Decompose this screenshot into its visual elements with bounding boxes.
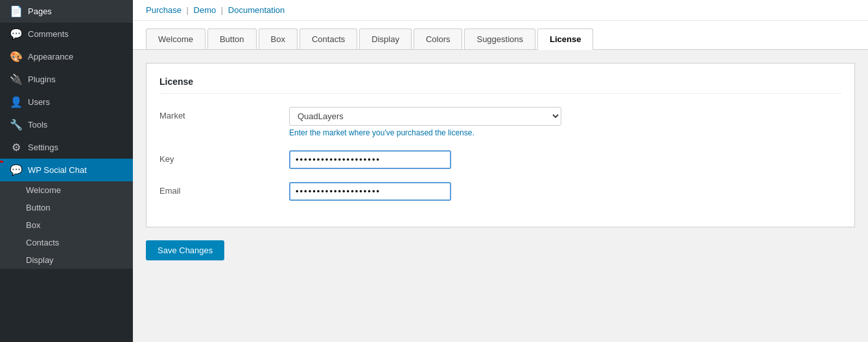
- tab-box[interactable]: Box: [259, 28, 298, 49]
- main-content: Purchase | Demo | Documentation Welcome …: [133, 0, 868, 342]
- sidebar-item-tools[interactable]: 🔧 Tools: [0, 113, 133, 136]
- sidebar-item-comments[interactable]: 💬 Comments: [0, 23, 133, 45]
- tab-colors[interactable]: Colors: [414, 28, 463, 49]
- appearance-icon: 🎨: [10, 51, 23, 63]
- tab-contacts[interactable]: Contacts: [299, 28, 357, 49]
- key-row: Key: [159, 150, 841, 169]
- sidebar: 📄 Pages 💬 Comments 🎨 Appearance 🔌 Plugin…: [0, 0, 133, 342]
- documentation-link[interactable]: Documentation: [228, 5, 285, 15]
- demo-link[interactable]: Demo: [194, 5, 217, 15]
- key-label: Key: [159, 150, 276, 164]
- sidebar-item-appearance[interactable]: 🎨 Appearance: [0, 45, 133, 68]
- pages-icon: 📄: [10, 5, 23, 17]
- sidebar-item-label: Appearance: [28, 52, 73, 62]
- sidebar-item-label: Comments: [28, 29, 69, 39]
- email-input[interactable]: [289, 182, 451, 201]
- sidebar-item-label: WP Social Chat: [28, 165, 87, 175]
- tabs-container: Welcome Button Box Contacts Display Colo…: [133, 21, 868, 50]
- email-label: Email: [159, 182, 276, 196]
- sidebar-item-label: Users: [28, 97, 50, 107]
- tab-suggestions[interactable]: Suggestions: [464, 28, 535, 49]
- market-select[interactable]: QuadLayers: [289, 107, 561, 126]
- plugins-icon: 🔌: [10, 73, 23, 86]
- sidebar-item-settings[interactable]: ⚙ Settings: [0, 136, 133, 159]
- left-arrow-annotation: [0, 155, 6, 181]
- submenu-item-display[interactable]: Display: [0, 251, 133, 269]
- sidebar-item-plugins[interactable]: 🔌 Plugins: [0, 68, 133, 91]
- submenu-item-welcome[interactable]: Welcome: [0, 181, 133, 199]
- tab-license[interactable]: License: [537, 28, 593, 50]
- sidebar-item-label: Pages: [28, 6, 52, 16]
- section-title: License: [159, 76, 841, 94]
- sidebar-item-wp-social-chat[interactable]: 💬 WP Social Chat: [0, 159, 133, 181]
- market-hint: Enter the market where you've purchased …: [289, 128, 841, 137]
- license-section: License Market QuadLayers Enter the mark…: [146, 63, 855, 227]
- key-input[interactable]: [289, 150, 451, 169]
- top-links-bar: Purchase | Demo | Documentation: [133, 0, 868, 21]
- users-icon: 👤: [10, 96, 23, 108]
- market-field: QuadLayers Enter the market where you've…: [289, 107, 841, 137]
- content-area: License Market QuadLayers Enter the mark…: [133, 50, 868, 273]
- tab-display[interactable]: Display: [359, 28, 412, 49]
- comments-icon: 💬: [10, 28, 23, 40]
- sidebar-item-label: Plugins: [28, 74, 56, 84]
- wp-social-chat-icon: 💬: [10, 164, 23, 176]
- sidebar-item-label: Tools: [28, 120, 47, 130]
- sidebar-item-pages[interactable]: 📄 Pages: [0, 0, 133, 23]
- tools-icon: 🔧: [10, 119, 23, 131]
- separator-1: |: [187, 5, 191, 15]
- market-label: Market: [159, 107, 276, 120]
- separator-2: |: [221, 5, 226, 15]
- tabs-wrapper: Welcome Button Box Contacts Display Colo…: [133, 21, 868, 50]
- purchase-link[interactable]: Purchase: [146, 5, 182, 15]
- submenu-item-button[interactable]: Button: [0, 199, 133, 216]
- submenu-item-box[interactable]: Box: [0, 216, 133, 234]
- email-field-wrapper: [289, 182, 841, 201]
- sidebar-item-users[interactable]: 👤 Users: [0, 91, 133, 113]
- sidebar-item-label: Settings: [28, 142, 58, 152]
- key-field: [289, 150, 841, 169]
- email-row: Email: [159, 182, 841, 201]
- sidebar-submenu: Welcome Button Box Contacts Display: [0, 181, 133, 269]
- market-row: Market QuadLayers Enter the market where…: [159, 107, 841, 137]
- submenu-item-contacts[interactable]: Contacts: [0, 234, 133, 251]
- tab-button[interactable]: Button: [207, 28, 257, 49]
- settings-icon: ⚙: [10, 141, 23, 154]
- tab-welcome[interactable]: Welcome: [146, 28, 205, 49]
- save-changes-button[interactable]: Save Changes: [146, 240, 224, 260]
